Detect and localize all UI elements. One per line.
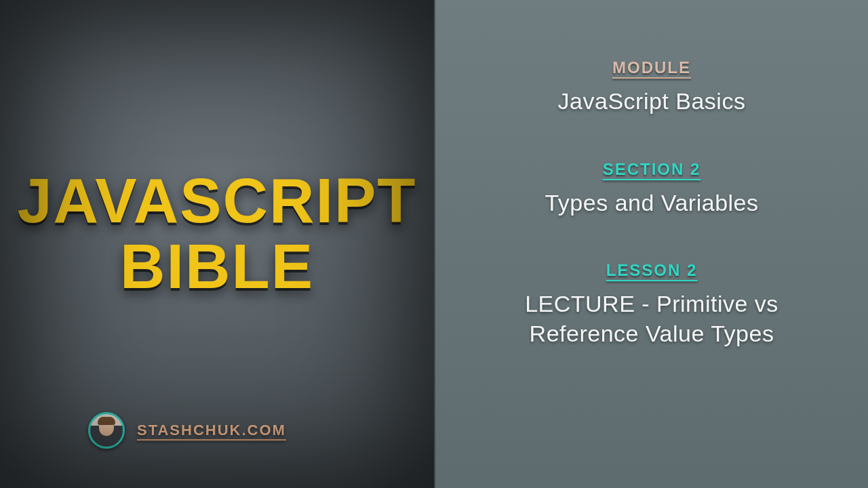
- module-label: MODULE: [612, 58, 691, 77]
- avatar: [88, 412, 125, 449]
- section-value: Types and Variables: [545, 188, 758, 218]
- right-panel: MODULE JavaScript Basics SECTION 2 Types…: [434, 0, 868, 488]
- slide: JAVASCRIPT BIBLE STASHCHUK.COM MODULE Ja…: [0, 0, 868, 488]
- site-link[interactable]: STASHCHUK.COM: [137, 422, 286, 439]
- course-title-line2: BIBLE: [17, 234, 416, 300]
- module-value: JavaScript Basics: [558, 87, 746, 117]
- section-label: SECTION 2: [603, 160, 701, 179]
- left-panel: JAVASCRIPT BIBLE STASHCHUK.COM: [0, 0, 434, 488]
- course-title: JAVASCRIPT BIBLE: [17, 168, 416, 299]
- brand-row: STASHCHUK.COM: [88, 412, 286, 449]
- course-title-line1: JAVASCRIPT: [17, 168, 416, 234]
- lesson-label: LESSON 2: [606, 261, 698, 280]
- site-link-text: STASHCHUK.COM: [137, 422, 286, 439]
- module-block: MODULE JavaScript Basics: [558, 58, 746, 117]
- lesson-value: LECTURE - Primitive vs Reference Value T…: [475, 289, 828, 348]
- section-block: SECTION 2 Types and Variables: [545, 160, 758, 218]
- lesson-block: LESSON 2 LECTURE - Primitive vs Referenc…: [475, 261, 828, 348]
